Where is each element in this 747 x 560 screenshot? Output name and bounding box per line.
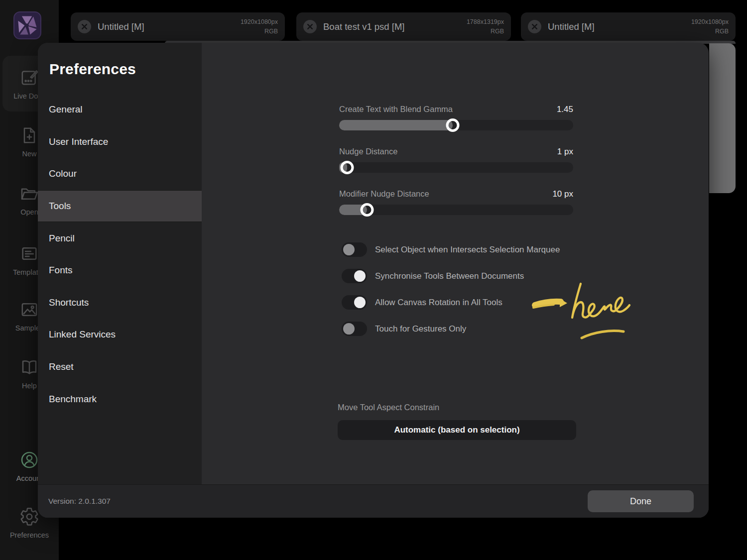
nudge-distance-slider[interactable] <box>339 162 573 173</box>
screen: Untitled [M]1920x1080pxRGBBoat test v1 p… <box>0 0 747 560</box>
document-canvas-sliver <box>709 43 736 193</box>
dialog-title: Preferences <box>49 61 136 78</box>
pref-nav-item-linked-services[interactable]: Linked Services <box>38 319 202 351</box>
live-docs-icon <box>19 68 39 88</box>
tab-document-info: 1788x1319pxRGB <box>467 17 504 35</box>
document-tab[interactable]: Boat test v1 psd [M]1788x1319pxRGB <box>296 12 511 41</box>
slider-label: Nudge Distance <box>339 147 397 156</box>
modifier-nudge-distance-slider[interactable] <box>339 205 573 215</box>
slider-label: Create Text with Blend Gamma <box>339 105 453 114</box>
done-button[interactable]: Done <box>588 490 694 512</box>
document-tab[interactable]: Untitled [M]1920x1080pxRGB <box>71 12 285 41</box>
new-document-icon <box>19 125 39 145</box>
version-label: Version: 2.0.1.307 <box>48 485 111 518</box>
toggle-row-touch-for-gestures-only: Touch for Gestures Only <box>342 322 466 336</box>
pref-nav-item-reset[interactable]: Reset <box>38 351 202 383</box>
toggle-row-allow-canvas-rotation-in-all-tools: Allow Canvas Rotation in All Tools <box>342 295 502 310</box>
pref-nav-item-shortcuts[interactable]: Shortcuts <box>38 287 202 319</box>
affinity-photo-app-icon[interactable] <box>13 11 41 39</box>
slider-label: Modifier Nudge Distance <box>339 189 429 199</box>
pref-nav-item-general[interactable]: General <box>38 94 202 126</box>
aspect-constrain-button[interactable]: Automatic (based on selection) <box>338 420 576 440</box>
select-object-when-intersects-selection-marquee-toggle[interactable] <box>342 242 367 257</box>
pref-nav-item-fonts[interactable]: Fonts <box>38 254 202 287</box>
tab-title: Untitled [M] <box>98 21 144 32</box>
close-tab-icon[interactable] <box>78 20 91 33</box>
toggle-knob[interactable] <box>343 244 355 255</box>
help-book-icon <box>19 357 39 377</box>
pref-nav-item-colour[interactable]: Colour <box>38 158 202 190</box>
slider-value: 10 px <box>552 189 573 199</box>
close-tab-icon[interactable] <box>303 20 317 33</box>
pref-nav-item-user-interface[interactable]: User Interface <box>38 126 202 158</box>
pref-nav-item-benchmark[interactable]: Benchmark <box>38 383 202 415</box>
slider-value: 1 px <box>557 147 573 157</box>
toggle-knob[interactable] <box>354 297 366 308</box>
toggle-row-synchronise-tools-between-documents: Synchronise Tools Between Documents <box>342 269 524 283</box>
tab-document-info: 1920x1080pxRGB <box>691 17 729 35</box>
gear-icon <box>19 507 39 527</box>
toggle-row-select-object-when-intersects-selection-marquee: Select Object when Intersects Selection … <box>342 242 560 257</box>
document-tab[interactable]: Untitled [M]1920x1080pxRGB <box>521 12 736 41</box>
open-folder-icon <box>19 184 39 204</box>
tab-title: Untitled [M] <box>548 21 595 32</box>
tab-title: Boat test v1 psd [M] <box>323 21 405 32</box>
account-icon <box>19 450 39 470</box>
slider-row-create-text-with-blend-gamma: Create Text with Blend Gamma1.45 <box>339 105 573 130</box>
slider-thumb[interactable] <box>446 118 459 132</box>
toggle-label: Touch for Gestures Only <box>375 324 466 334</box>
dialog-footer: Version: 2.0.1.307 Done <box>38 484 709 518</box>
tab-document-info: 1920x1080pxRGB <box>241 17 278 35</box>
slider-value: 1.45 <box>557 105 573 114</box>
slider-thumb[interactable] <box>340 161 354 174</box>
toggle-label: Synchronise Tools Between Documents <box>375 271 524 281</box>
create-text-with-blend-gamma-slider[interactable] <box>339 120 573 130</box>
slider-row-nudge-distance: Nudge Distance1 px <box>339 147 573 173</box>
pref-nav-item-pencil[interactable]: Pencil <box>38 222 202 254</box>
preferences-nav: Preferences GeneralUser InterfaceColourT… <box>38 43 202 484</box>
slider-thumb[interactable] <box>360 203 374 217</box>
allow-canvas-rotation-in-all-tools-toggle[interactable] <box>342 295 367 310</box>
pref-nav-item-tools[interactable]: Tools <box>38 190 202 223</box>
close-tab-icon[interactable] <box>528 20 541 33</box>
aspect-constrain-label: Move Tool Aspect Constrain <box>338 403 439 412</box>
slider-row-modifier-nudge-distance: Modifier Nudge Distance10 px <box>339 189 573 215</box>
samples-icon <box>19 300 39 320</box>
toggle-knob[interactable] <box>343 323 355 335</box>
toggle-knob[interactable] <box>354 270 366 282</box>
toggle-label: Allow Canvas Rotation in All Tools <box>375 298 502 308</box>
synchronise-tools-between-documents-toggle[interactable] <box>342 269 367 283</box>
templates-icon <box>19 244 39 264</box>
preferences-dialog: Preferences GeneralUser InterfaceColourT… <box>38 43 709 518</box>
touch-for-gestures-only-toggle[interactable] <box>342 322 367 336</box>
toggle-label: Select Object when Intersects Selection … <box>375 245 560 255</box>
